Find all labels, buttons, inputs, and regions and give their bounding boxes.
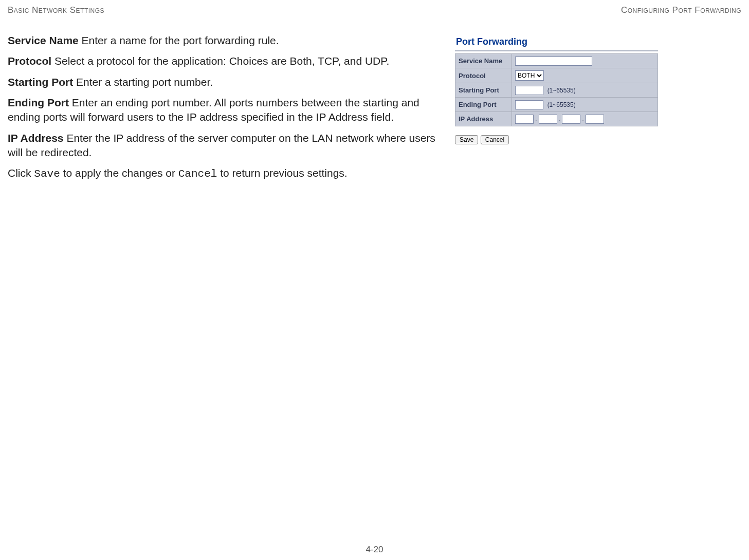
term-ip-address: IP Address xyxy=(8,132,64,144)
header-right: Configuring Port Forwarding xyxy=(621,5,741,15)
row-service-name: Service Name xyxy=(455,54,658,68)
ip-octet-3-input[interactable] xyxy=(562,115,580,124)
ending-port-input[interactable] xyxy=(515,100,543,109)
para-protocol: Protocol Select a protocol for the appli… xyxy=(8,54,445,68)
term-service-name: Service Name xyxy=(8,34,79,46)
panel-title: Port Forwarding xyxy=(455,33,658,51)
cell-starting-port: (1~65535) xyxy=(512,83,658,98)
cell-protocol: BOTH xyxy=(512,68,658,83)
code-cancel: Cancel xyxy=(178,168,217,180)
label-ending-port: Ending Port xyxy=(455,98,512,112)
ip-sep-2: . xyxy=(559,115,561,123)
row-ip-address: IP Address ... xyxy=(455,112,658,126)
action-mid: to apply the changes or xyxy=(60,167,178,179)
protocol-select[interactable]: BOTH xyxy=(515,70,544,81)
row-ending-port: Ending Port (1~65535) xyxy=(455,98,658,112)
header-left: Basic Network Settings xyxy=(8,5,104,15)
cell-service-name xyxy=(512,54,658,68)
ip-octet-1-input[interactable] xyxy=(515,115,534,124)
ip-sep-1: . xyxy=(535,115,537,123)
cell-ip-address: ... xyxy=(512,112,658,126)
page-number: 4-20 xyxy=(0,545,749,555)
code-save: Save xyxy=(34,168,60,180)
save-button[interactable]: Save xyxy=(455,135,478,144)
service-name-input[interactable] xyxy=(515,57,592,66)
starting-port-hint: (1~65535) xyxy=(547,87,576,94)
term-protocol: Protocol xyxy=(8,55,51,67)
label-starting-port: Starting Port xyxy=(455,83,512,98)
label-ip-address: IP Address xyxy=(455,112,512,126)
desc-service-name: Enter a name for the port forwarding rul… xyxy=(79,34,279,46)
cell-ending-port: (1~65535) xyxy=(512,98,658,112)
button-row: Save Cancel xyxy=(455,135,658,144)
ending-port-hint: (1~65535) xyxy=(547,101,576,108)
desc-starting-port: Enter a starting port number. xyxy=(73,76,213,88)
port-forwarding-panel: Port Forwarding Service Name Protocol BO… xyxy=(455,33,658,144)
action-prefix: Click xyxy=(8,167,34,179)
label-service-name: Service Name xyxy=(455,54,512,68)
desc-ending-port: Enter an ending port number. All ports n… xyxy=(8,97,419,123)
para-starting-port: Starting Port Enter a starting port numb… xyxy=(8,75,445,89)
term-starting-port: Starting Port xyxy=(8,76,73,88)
row-starting-port: Starting Port (1~65535) xyxy=(455,83,658,98)
para-ending-port: Ending Port Enter an ending port number.… xyxy=(8,96,445,125)
documentation-text: Service Name Enter a name for the port f… xyxy=(8,33,450,188)
page-header: Basic Network Settings Configuring Port … xyxy=(8,5,741,15)
row-protocol: Protocol BOTH xyxy=(455,68,658,83)
action-suffix: to return previous settings. xyxy=(217,167,347,179)
para-action: Click Save to apply the changes or Cance… xyxy=(8,166,445,181)
label-protocol: Protocol xyxy=(455,68,512,83)
ip-octet-4-input[interactable] xyxy=(586,115,604,124)
ip-octet-2-input[interactable] xyxy=(539,115,557,124)
desc-ip-address: Enter the IP address of the server compu… xyxy=(8,132,435,158)
para-ip-address: IP Address Enter the IP address of the s… xyxy=(8,131,445,160)
ip-sep-3: . xyxy=(582,115,584,123)
desc-protocol: Select a protocol for the application: C… xyxy=(51,55,389,67)
starting-port-input[interactable] xyxy=(515,86,543,95)
para-service-name: Service Name Enter a name for the port f… xyxy=(8,33,445,48)
cancel-button[interactable]: Cancel xyxy=(481,135,509,144)
term-ending-port: Ending Port xyxy=(8,97,69,108)
settings-table: Service Name Protocol BOTH Starting Port… xyxy=(455,53,658,126)
